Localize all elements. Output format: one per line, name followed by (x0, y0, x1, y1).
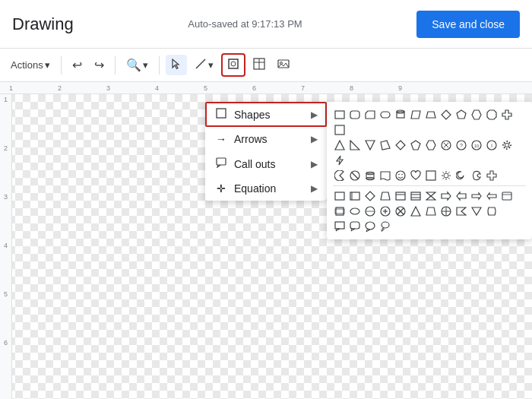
shape-flow-rect3[interactable] (378, 189, 392, 203)
shape-speech-round[interactable] (348, 220, 362, 233)
shape-flow-rect4[interactable] (394, 189, 407, 203)
line-arrow-icon: ▾ (208, 59, 214, 71)
shape-cylinder[interactable] (394, 108, 407, 122)
shape-right-triangle[interactable] (348, 138, 362, 152)
shape-tri2[interactable] (363, 138, 377, 152)
shape-flow-merge[interactable] (470, 204, 483, 218)
svg-text:i: i (491, 143, 492, 148)
shape-trapezoid[interactable] (424, 108, 438, 122)
shape-rect-extra[interactable] (333, 123, 347, 137)
shape-speech-oval[interactable] (363, 220, 377, 233)
shapes-toolbar-button[interactable] (221, 53, 245, 77)
shape-plus[interactable] (485, 169, 499, 182)
shape-flow-hourglass[interactable] (424, 189, 438, 203)
ruler-mark: 4 (155, 84, 204, 92)
image-button[interactable] (273, 55, 294, 75)
shape-speech-rect[interactable] (333, 220, 347, 233)
shape-no-symbol[interactable] (348, 169, 362, 182)
arrows-menu-label: Arrows (234, 133, 268, 145)
shape-gear[interactable] (500, 138, 514, 152)
shape-flow-rect[interactable] (333, 189, 347, 203)
svg-point-47 (398, 174, 400, 176)
shape-circle-i[interactable]: i (485, 138, 499, 152)
actions-menu-button[interactable]: Actions ▾ (6, 56, 55, 74)
redo-icon: ↪ (94, 59, 104, 71)
svg-marker-18 (442, 110, 451, 119)
shape-sun[interactable] (439, 169, 453, 182)
shape-diamond[interactable] (439, 108, 453, 122)
menu-item-callouts[interactable]: Call outs ▶ (205, 151, 327, 176)
svg-rect-94 (335, 222, 344, 229)
shape-flow-rect6[interactable] (500, 189, 514, 203)
zoom-button[interactable]: 🔍 ▾ (122, 56, 153, 74)
undo-button[interactable]: ↩ (68, 56, 87, 74)
shape-flow-plus[interactable] (378, 204, 392, 218)
shape-quad[interactable] (378, 138, 392, 152)
horizontal-ruler: 1 2 3 4 5 6 7 8 9 (0, 82, 532, 94)
app-title: Drawing (12, 14, 74, 34)
shape-flow-io[interactable] (424, 204, 438, 218)
shape-rounded-rect[interactable] (348, 108, 362, 122)
shape-parallelogram[interactable] (409, 108, 423, 122)
shape-flow-rect2[interactable] (348, 189, 362, 203)
svg-rect-10 (335, 111, 344, 119)
shape-diamond2[interactable] (394, 138, 407, 152)
shape-flow-rect5[interactable] (409, 189, 423, 203)
shape-flow-arrow-r2[interactable] (470, 189, 483, 203)
shape-heart[interactable] (409, 169, 423, 182)
shape-moon[interactable] (454, 169, 468, 182)
shape-pentagon3[interactable] (409, 138, 423, 152)
shape-flow-diamond[interactable] (363, 189, 377, 203)
shape-stadium[interactable] (378, 108, 392, 122)
menu-item-shapes[interactable]: Shapes ▶ (205, 102, 327, 127)
shape-document[interactable] (378, 169, 392, 182)
shape-cross[interactable] (500, 108, 514, 122)
shape-circle-x[interactable] (439, 138, 453, 152)
svg-marker-17 (426, 112, 435, 118)
v-ruler-mark: 6 (0, 337, 11, 386)
svg-marker-16 (411, 111, 420, 119)
shape-smiley[interactable] (394, 169, 407, 182)
shape-flow-arrow-l2[interactable] (485, 189, 499, 203)
shape-flow-arrow-r[interactable] (439, 189, 453, 203)
shape-flow-or[interactable] (439, 204, 453, 218)
svg-point-46 (396, 171, 405, 180)
select-button[interactable] (166, 55, 187, 75)
shape-flow-stor[interactable] (485, 204, 499, 218)
callouts-menu-icon (214, 157, 228, 170)
callouts-arrow-icon: ▶ (311, 159, 318, 169)
shape-circle-10[interactable]: 10 (470, 138, 483, 152)
shape-snip-rect[interactable] (363, 108, 377, 122)
line-button[interactable]: ▾ (190, 55, 218, 75)
shape-circle-q[interactable]: ? (454, 138, 468, 152)
shape-rect[interactable] (333, 108, 347, 122)
canvas-area[interactable]: 1 2 3 4 5 6 Shapes ▶ → Arrows ▶ Call out… (0, 94, 532, 399)
shape-square2[interactable] (424, 169, 438, 182)
shape-flow-x[interactable] (394, 204, 407, 218)
shape-pentagon[interactable] (454, 108, 468, 122)
save-close-button[interactable]: Save and close (416, 11, 520, 38)
arrows-arrow-icon: ▶ (311, 134, 318, 144)
shape-flow-sum[interactable] (454, 204, 468, 218)
shape-pacman[interactable] (333, 169, 347, 182)
shape-triangle[interactable] (333, 138, 347, 152)
ruler-marks: 1 2 3 4 5 6 7 8 9 (6, 84, 447, 92)
shape-flow-proc[interactable] (333, 204, 347, 218)
menu-item-arrows[interactable]: → Arrows ▶ (205, 127, 327, 151)
menu-item-equation[interactable]: ✛ Equation ▶ (205, 176, 327, 201)
shape-lightning[interactable] (333, 154, 347, 167)
shape-hexagon3[interactable] (424, 138, 438, 152)
shape-flow-circ[interactable] (363, 204, 377, 218)
shape-cylinder2[interactable] (363, 169, 377, 182)
svg-line-57 (448, 173, 450, 174)
shape-flow-alt[interactable] (348, 204, 362, 218)
shape-thought-bubble[interactable] (378, 220, 392, 233)
svg-line-42 (352, 173, 358, 179)
shape-flow-arrow-l[interactable] (454, 189, 468, 203)
table-button[interactable] (249, 55, 270, 75)
shape-flow-triangle2[interactable] (409, 204, 423, 218)
shape-octagon[interactable] (485, 108, 499, 122)
redo-button[interactable]: ↪ (90, 56, 109, 74)
shape-hexagon[interactable] (470, 108, 483, 122)
shape-crescent[interactable] (470, 169, 483, 182)
